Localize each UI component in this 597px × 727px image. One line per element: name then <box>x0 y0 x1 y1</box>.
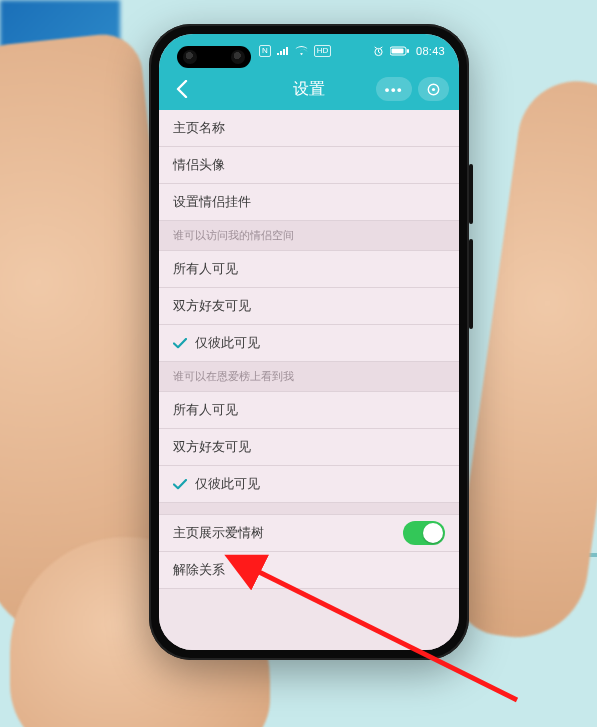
cell-label: 所有人可见 <box>173 260 238 278</box>
signal-icon <box>277 47 289 56</box>
cell-label: 主页名称 <box>173 119 225 137</box>
status-time: 08:43 <box>416 45 445 57</box>
option-rank-all[interactable]: 所有人可见 <box>159 392 459 429</box>
svg-point-5 <box>432 87 435 90</box>
cell-couple-avatar[interactable]: 情侣头像 <box>159 147 459 184</box>
cell-label: 解除关系 <box>173 561 225 579</box>
camera-cutout <box>177 46 251 68</box>
more-icon: ••• <box>385 83 403 96</box>
close-miniprogram-button[interactable] <box>418 77 449 101</box>
back-button[interactable] <box>169 76 195 102</box>
check-icon <box>173 479 187 490</box>
option-rank-friends[interactable]: 双方好友可见 <box>159 429 459 466</box>
cell-label: 双方好友可见 <box>173 438 251 456</box>
cell-label: 情侣头像 <box>173 156 225 174</box>
content: 主页名称 情侣头像 设置情侣挂件 谁可以访问我的情侣空间 所有人可见 双方好友可… <box>159 110 459 650</box>
hd-icon: HD <box>314 45 332 57</box>
nfc-icon: N <box>259 45 271 57</box>
svg-rect-3 <box>407 49 409 53</box>
svg-rect-2 <box>391 49 403 54</box>
side-button-power <box>469 239 473 329</box>
toggle-show-love-tree[interactable] <box>403 521 445 545</box>
option-visit-only-us[interactable]: 仅彼此可见 <box>159 325 459 362</box>
section-label: 谁可以在恩爱榜上看到我 <box>173 369 294 384</box>
option-visit-all[interactable]: 所有人可见 <box>159 251 459 288</box>
cell-unbind-relationship[interactable]: 解除关系 <box>159 552 459 589</box>
battery-icon <box>390 46 410 56</box>
cell-show-love-tree[interactable]: 主页展示爱情树 <box>159 515 459 552</box>
power-icon <box>427 83 440 96</box>
more-button[interactable]: ••• <box>376 77 412 101</box>
section-gap <box>159 503 459 515</box>
section-header-visit: 谁可以访问我的情侣空间 <box>159 221 459 251</box>
section-label: 谁可以访问我的情侣空间 <box>173 228 294 243</box>
screen: N HD 08:43 设置 ••• <box>159 34 459 650</box>
cell-homepage-name[interactable]: 主页名称 <box>159 110 459 147</box>
cell-label: 仅彼此可见 <box>195 334 260 352</box>
cell-set-pendant[interactable]: 设置情侣挂件 <box>159 184 459 221</box>
cell-label: 主页展示爱情树 <box>173 524 264 542</box>
navbar: 设置 ••• <box>159 68 459 110</box>
section-header-rank: 谁可以在恩爱榜上看到我 <box>159 362 459 392</box>
option-rank-only-us[interactable]: 仅彼此可见 <box>159 466 459 503</box>
cell-label: 仅彼此可见 <box>195 475 260 493</box>
cell-label: 设置情侣挂件 <box>173 193 251 211</box>
alarm-icon <box>373 46 384 57</box>
side-button-volume <box>469 164 473 224</box>
wifi-icon <box>295 46 308 56</box>
check-icon <box>173 338 187 349</box>
option-visit-friends[interactable]: 双方好友可见 <box>159 288 459 325</box>
cell-label: 所有人可见 <box>173 401 238 419</box>
cell-label: 双方好友可见 <box>173 297 251 315</box>
phone-frame: N HD 08:43 设置 ••• <box>149 24 469 660</box>
